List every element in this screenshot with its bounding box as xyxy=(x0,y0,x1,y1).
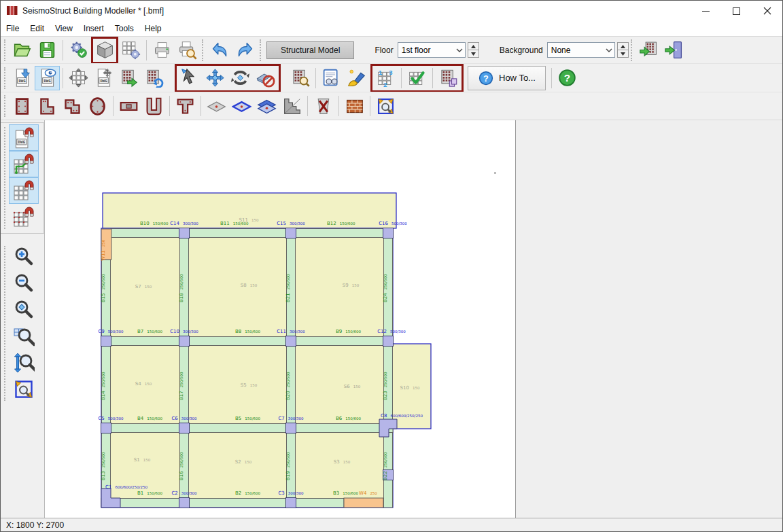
floor-spinner[interactable] xyxy=(468,42,479,58)
wall-button[interactable] xyxy=(116,94,141,118)
menu-help[interactable]: Help xyxy=(139,22,167,35)
how-to-button[interactable]: ?How To... xyxy=(468,66,546,90)
select-tool-button[interactable] xyxy=(177,66,203,90)
floor-plan[interactable]: B10150/600B11150/600B12150/600B7150/600B… xyxy=(45,120,515,519)
snap-grid-lines-button[interactable] xyxy=(9,151,39,177)
view-3d-model-button[interactable] xyxy=(91,37,118,64)
background-spinner[interactable] xyxy=(617,42,629,58)
menu-view[interactable]: View xyxy=(50,22,78,35)
beam-button[interactable] xyxy=(173,94,198,118)
zoomframe-icon xyxy=(376,96,396,116)
snap-grid-button[interactable] xyxy=(9,177,39,204)
maximize-button[interactable] xyxy=(721,1,752,21)
zoom-out-button[interactable] xyxy=(9,270,39,296)
dwgdown-icon: DWG xyxy=(12,68,32,88)
remove-slab-button[interactable] xyxy=(311,94,336,118)
svg-text:B20250/500: B20250/500 xyxy=(285,372,291,400)
spin-down-icon[interactable] xyxy=(617,50,629,58)
snap-points-button[interactable] xyxy=(9,204,39,230)
floor-select[interactable]: 1st floor xyxy=(398,42,466,58)
move-dwg-button[interactable]: DWG xyxy=(91,66,116,90)
snapGridLines-icon xyxy=(13,154,35,175)
copy-floor-button[interactable] xyxy=(116,66,141,90)
print-button[interactable] xyxy=(150,38,175,63)
svg-text:B24250/500: B24250/500 xyxy=(383,274,388,302)
help-button[interactable]: ? xyxy=(555,66,580,90)
separator xyxy=(146,40,147,60)
structural-model-toggle[interactable]: Structural Model xyxy=(266,41,354,59)
menu-edit[interactable]: Edit xyxy=(24,22,50,35)
svg-text:?: ? xyxy=(483,73,489,83)
renumber-elements-button[interactable]: 132 xyxy=(373,66,398,90)
t-column-button[interactable] xyxy=(60,94,85,118)
svg-text:C6300/300: C6300/300 xyxy=(171,416,197,421)
print-preview-button[interactable] xyxy=(175,38,200,63)
svg-text:B6150/600: B6150/600 xyxy=(336,416,362,421)
svg-text:B2150/600: B2150/600 xyxy=(235,491,261,496)
find-element-button[interactable] xyxy=(288,66,313,90)
svg-text:C5500/300: C5500/300 xyxy=(98,416,124,421)
menu-insert[interactable]: Insert xyxy=(78,22,109,35)
spin-down-icon[interactable] xyxy=(468,50,479,58)
status-bar: X: 1800 Y: 2700 xyxy=(1,518,782,531)
menu-file[interactable]: File xyxy=(1,22,24,35)
stairs-button[interactable] xyxy=(279,94,304,118)
svg-text:B21250/500: B21250/500 xyxy=(285,274,291,302)
program-settings-button[interactable] xyxy=(66,38,91,63)
brush-icon xyxy=(347,68,366,88)
svg-text:C14300/300: C14300/300 xyxy=(170,221,198,226)
background-select[interactable]: None xyxy=(547,42,615,58)
spin-up-icon[interactable] xyxy=(617,42,629,50)
copy-building-button[interactable] xyxy=(436,66,461,90)
background-label: Background xyxy=(500,46,543,55)
exit-modeller-button[interactable] xyxy=(661,38,686,63)
slab-outline-button[interactable] xyxy=(229,94,254,118)
l-column-button[interactable] xyxy=(35,94,60,118)
zoom-selection-button[interactable] xyxy=(9,376,39,402)
slab-button[interactable] xyxy=(204,94,229,118)
model-check-button[interactable] xyxy=(404,66,430,90)
menu-bar: FileEditViewInsertToolsHelp xyxy=(1,21,782,36)
circular-column-button[interactable] xyxy=(85,94,110,118)
toolbar-grip xyxy=(260,39,262,61)
inclined-slab-button[interactable] xyxy=(254,94,279,118)
delete-tool-button[interactable] xyxy=(253,66,278,90)
modeller-settings-button[interactable] xyxy=(118,38,143,63)
code-requirements-button[interactable] xyxy=(319,66,344,90)
view-dwg-button[interactable]: DWG xyxy=(35,66,60,90)
snap-dwg-button[interactable]: DWG xyxy=(9,124,39,151)
infill-wall-button[interactable] xyxy=(342,94,367,118)
zoom-previous-button[interactable] xyxy=(9,349,39,376)
update-from-seismostruct-button[interactable] xyxy=(636,38,661,63)
zoom-window-button[interactable] xyxy=(9,323,39,349)
svg-text:B7150/600: B7150/600 xyxy=(137,329,163,334)
move-tool-button[interactable] xyxy=(203,66,228,90)
menu-tools[interactable]: Tools xyxy=(109,22,139,35)
snap-group: DWG xyxy=(1,122,44,234)
separator xyxy=(307,96,308,116)
drawing-canvas[interactable]: B10150/600B11150/600B12150/600B7150/600B… xyxy=(45,120,515,518)
move-grid-button[interactable] xyxy=(66,66,91,90)
close-button[interactable] xyxy=(752,1,782,21)
redo-button[interactable] xyxy=(232,38,258,63)
zoom-in-button[interactable] xyxy=(9,243,39,270)
save-project-button[interactable] xyxy=(35,38,60,63)
repaint-button[interactable] xyxy=(344,66,369,90)
refresh-floors-button[interactable] xyxy=(141,66,167,90)
zoom-model-button[interactable] xyxy=(373,94,398,118)
rect-column-button[interactable] xyxy=(10,94,35,118)
svg-text:?: ? xyxy=(564,72,570,84)
minimize-button[interactable] xyxy=(691,1,721,21)
zoomsel-icon xyxy=(13,378,35,400)
open-project-button[interactable] xyxy=(10,38,35,63)
zoom-extents-button[interactable] xyxy=(9,296,39,323)
spin-up-icon[interactable] xyxy=(468,42,479,50)
undo-button[interactable] xyxy=(207,38,232,63)
delete-icon xyxy=(256,68,275,88)
import-dwg-button[interactable]: DWG xyxy=(10,66,35,90)
svg-text:DWG: DWG xyxy=(18,79,26,83)
secU-icon xyxy=(144,96,164,116)
u-wall-button[interactable] xyxy=(141,94,167,118)
report-icon xyxy=(321,68,341,88)
rotate-tool-button[interactable] xyxy=(228,66,253,90)
